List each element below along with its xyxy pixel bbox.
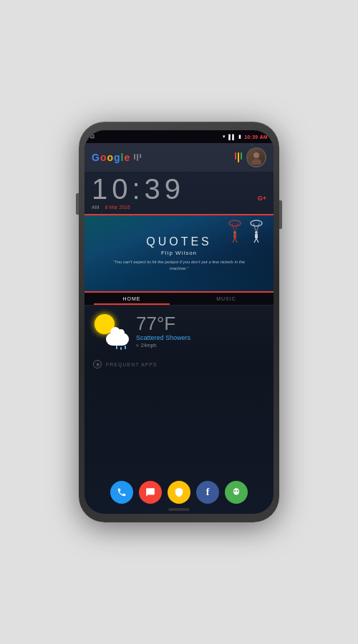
clock-date: 8 Mar 2016	[105, 205, 130, 210]
status-bar: ⊡ ▾ ▌▌ ▮ 10:39 AM	[84, 130, 274, 143]
status-time: 10:39 AM	[244, 135, 268, 140]
svg-point-18	[237, 490, 238, 492]
quotes-author: Flip Wilson	[161, 250, 197, 256]
battery-icon: ▮	[238, 134, 241, 140]
quotes-section[interactable]: QUOTES Flip Wilson "You can't expect to …	[84, 214, 274, 293]
phone-outer: ⊡ ▾ ▌▌ ▮ 10:39 AM Google	[79, 122, 279, 522]
quotes-title: QUOTES	[146, 235, 212, 248]
frequent-apps-row[interactable]: ★ FREQUENT APPS	[84, 356, 274, 373]
wind-info: ≈ 24mph	[136, 343, 265, 348]
tab-music-label: MUSIC	[216, 296, 236, 301]
dock-phone-button[interactable]	[110, 481, 133, 504]
clock-meta: AM 8 Mar 2016	[92, 205, 266, 210]
weather-icon-container	[93, 313, 129, 348]
tabs-row: HOME MUSIC	[84, 293, 274, 306]
tab-home[interactable]: HOME	[84, 293, 179, 305]
signal-icon: ▌▌	[228, 135, 236, 140]
clock-section: 10:39 AM 8 Mar 2016	[84, 172, 274, 211]
tab-music[interactable]: MUSIC	[179, 293, 274, 305]
weather-condition: Scattered Showers	[136, 334, 265, 341]
status-left: ⊡	[90, 134, 95, 140]
google-logo: Google	[92, 152, 130, 163]
color-lines	[235, 152, 242, 162]
wind-speed: 24mph	[141, 343, 156, 348]
dock-messages-button[interactable]	[139, 481, 162, 504]
clock-display: 10:39	[92, 175, 266, 203]
dock-alien-button[interactable]	[225, 481, 248, 504]
svg-point-0	[253, 152, 259, 158]
home-button[interactable]	[168, 508, 190, 511]
wifi-icon: ▾	[223, 134, 226, 140]
screen-content: Google	[84, 143, 274, 514]
frequent-apps-label: FREQUENT APPS	[106, 362, 158, 367]
weather-section: 77°F Scattered Showers ≈ 24mph	[84, 306, 274, 356]
quotes-content: QUOTES Flip Wilson "You can't expect to …	[84, 214, 274, 293]
tab-home-label: HOME	[123, 296, 141, 301]
status-right: ▾ ▌▌ ▮ 10:39 AM	[223, 134, 268, 140]
weather-info: 77°F Scattered Showers ≈ 24mph	[136, 314, 265, 348]
temperature-display: 77°F	[136, 314, 265, 333]
avatar[interactable]	[246, 147, 266, 167]
svg-point-1	[251, 159, 261, 165]
svg-point-17	[234, 490, 236, 492]
notification-icon: ⊡	[90, 134, 95, 140]
quotes-text: "You can't expect to hit the jackpot if …	[107, 259, 251, 271]
gplus-badge[interactable]: G+	[258, 195, 266, 202]
dock-facebook-button[interactable]: f	[196, 481, 219, 504]
google-bar[interactable]: Google	[84, 143, 274, 172]
dock-privacy-button[interactable]	[168, 481, 190, 504]
frequent-star-icon: ★	[93, 360, 102, 369]
phone-screen: ⊡ ▾ ▌▌ ▮ 10:39 AM Google	[84, 130, 274, 514]
app-dock: f	[84, 481, 274, 504]
camera-dot	[250, 143, 253, 147]
google-right	[235, 147, 266, 167]
cloud-icon	[106, 333, 129, 346]
avatar-inner	[248, 149, 265, 166]
google-logo-area: Google	[92, 152, 141, 163]
rain-drops	[116, 346, 126, 350]
clock-ampm: AM	[92, 205, 100, 210]
wind-icon: ≈	[136, 343, 139, 348]
google-hash-lines	[134, 154, 141, 161]
